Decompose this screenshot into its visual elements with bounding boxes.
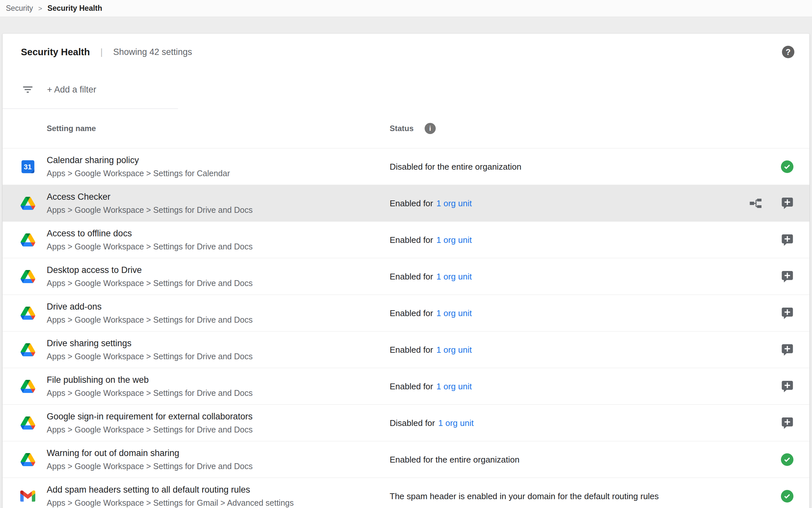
recommendation-badge-icon[interactable]	[781, 197, 794, 210]
recommendation-badge-icon[interactable]	[781, 270, 794, 283]
add-filter-button[interactable]: + Add a filter	[47, 85, 96, 95]
setting-icon-slot	[19, 490, 36, 502]
setting-text: File publishing on the web Apps > Google…	[47, 375, 252, 398]
breadcrumb-separator: >	[38, 5, 42, 12]
row-trailing-icons	[749, 197, 794, 210]
org-units-icon[interactable]	[749, 197, 762, 210]
status-org-unit-link[interactable]: 1 org unit	[436, 308, 472, 318]
status-text: Disabled for the entire organization	[390, 162, 521, 172]
table-row[interactable]: Access Checker Apps > Google Workspace >…	[3, 185, 809, 221]
table-row[interactable]: File publishing on the web Apps > Google…	[3, 368, 809, 405]
title-divider: |	[100, 47, 103, 57]
recommendation-badge-icon[interactable]	[781, 380, 794, 393]
filter-icon[interactable]	[21, 83, 34, 96]
status-ok-icon	[781, 490, 794, 503]
status-text: Enabled for	[390, 308, 433, 318]
recommendation-badge-icon[interactable]	[781, 234, 794, 246]
setting-title: Add spam headers setting to all default …	[47, 485, 294, 495]
setting-status: Enabled for 1 org unit	[390, 235, 472, 245]
svg-text:31: 31	[23, 163, 31, 171]
filter-bar: + Add a filter	[3, 70, 809, 109]
table-row[interactable]: Access to offline docs Apps > Google Wor…	[3, 221, 809, 258]
card-header: Security Health | Showing 42 settings ?	[3, 34, 809, 70]
security-health-card: Security Health | Showing 42 settings ? …	[3, 34, 809, 508]
google-drive-icon	[20, 197, 35, 210]
status-text: The spam header is enabled in your domai…	[390, 491, 659, 501]
setting-path: Apps > Google Workspace > Settings for D…	[47, 462, 252, 471]
table-row[interactable]: Google sign-in requirement for external …	[3, 405, 809, 441]
column-setting-name: Setting name	[47, 124, 96, 133]
google-drive-icon	[20, 417, 35, 429]
setting-text: Desktop access to Drive Apps > Google Wo…	[47, 265, 252, 288]
setting-status: The spam header is enabled in your domai…	[390, 491, 659, 501]
status-text: Enabled for	[390, 198, 433, 208]
status-org-unit-link[interactable]: 1 org unit	[438, 418, 474, 428]
setting-icon-slot	[19, 380, 36, 393]
settings-count: Showing 42 settings	[113, 47, 192, 57]
recommendation-badge-icon[interactable]	[781, 307, 794, 320]
table-row[interactable]: 31 Calendar sharing policy Apps > Google…	[3, 148, 809, 185]
status-org-unit-link[interactable]: 1 org unit	[436, 271, 472, 282]
setting-text: Add spam headers setting to all default …	[47, 485, 294, 508]
row-trailing-icons	[781, 453, 794, 466]
table-header: Setting name Status i	[3, 109, 809, 148]
setting-icon-slot	[19, 197, 36, 210]
breadcrumb-security[interactable]: Security	[6, 4, 33, 13]
row-trailing-icons	[781, 490, 794, 503]
row-trailing-icons	[781, 234, 794, 246]
status-org-unit-link[interactable]: 1 org unit	[436, 235, 472, 245]
setting-icon-slot	[19, 307, 36, 320]
setting-status: Disabled for 1 org unit	[390, 418, 474, 428]
table-row[interactable]: Add spam headers setting to all default …	[3, 478, 809, 508]
status-org-unit-link[interactable]: 1 org unit	[436, 345, 472, 355]
setting-icon-slot	[19, 270, 36, 283]
setting-status: Enabled for 1 org unit	[390, 381, 472, 391]
status-text: Enabled for	[390, 345, 433, 355]
table-row[interactable]: Desktop access to Drive Apps > Google Wo…	[3, 258, 809, 295]
setting-icon-slot	[19, 453, 36, 466]
status-ok-icon	[781, 160, 794, 173]
row-trailing-icons	[781, 270, 794, 283]
setting-text: Access to offline docs Apps > Google Wor…	[47, 228, 252, 251]
status-text: Enabled for	[390, 381, 433, 391]
setting-text: Warning for out of domain sharing Apps >…	[47, 448, 252, 471]
google-drive-icon	[20, 234, 35, 247]
breadcrumb: Security > Security Health	[0, 0, 812, 17]
setting-title: Warning for out of domain sharing	[47, 448, 252, 458]
page-title: Security Health	[21, 47, 90, 57]
status-org-unit-link[interactable]: 1 org unit	[436, 198, 472, 208]
status-ok-icon	[781, 453, 794, 466]
status-info-icon[interactable]: i	[425, 123, 436, 134]
setting-text: Drive sharing settings Apps > Google Wor…	[47, 338, 252, 361]
table-row[interactable]: Drive add-ons Apps > Google Workspace > …	[3, 295, 809, 331]
table-row[interactable]: Drive sharing settings Apps > Google Wor…	[3, 331, 809, 368]
setting-title: Drive add-ons	[47, 302, 252, 312]
setting-title: Google sign-in requirement for external …	[47, 412, 252, 422]
table-row[interactable]: Warning for out of domain sharing Apps >…	[3, 441, 809, 478]
status-org-unit-link[interactable]: 1 org unit	[436, 381, 472, 391]
setting-icon-slot	[19, 417, 36, 429]
setting-title: Drive sharing settings	[47, 338, 252, 348]
setting-path: Apps > Google Workspace > Settings for D…	[47, 242, 252, 251]
recommendation-badge-icon[interactable]	[781, 417, 794, 429]
google-drive-icon	[20, 270, 35, 283]
google-drive-icon	[20, 343, 35, 356]
row-trailing-icons	[781, 307, 794, 320]
recommendation-badge-icon[interactable]	[781, 343, 794, 356]
setting-status: Enabled for 1 org unit	[390, 308, 472, 318]
breadcrumb-security-health: Security Health	[47, 4, 102, 13]
help-icon[interactable]: ?	[782, 46, 794, 58]
google-drive-icon	[20, 380, 35, 393]
setting-path: Apps > Google Workspace > Settings for D…	[47, 352, 252, 361]
setting-text: Drive add-ons Apps > Google Workspace > …	[47, 302, 252, 325]
setting-text: Google sign-in requirement for external …	[47, 412, 252, 434]
setting-status: Enabled for 1 org unit	[390, 345, 472, 355]
gmail-icon	[20, 490, 35, 502]
column-status: Status	[390, 124, 414, 133]
setting-title: Calendar sharing policy	[47, 155, 230, 165]
setting-path: Apps > Google Workspace > Settings for D…	[47, 388, 252, 398]
setting-text: Access Checker Apps > Google Workspace >…	[47, 192, 252, 215]
status-text: Disabled for	[390, 418, 435, 428]
google-calendar-icon: 31	[20, 159, 35, 174]
setting-path: Apps > Google Workspace > Settings for G…	[47, 498, 294, 508]
